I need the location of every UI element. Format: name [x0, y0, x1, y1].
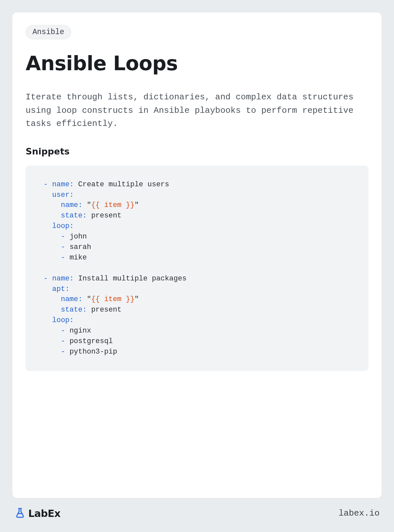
yaml-key: user: [52, 191, 74, 199]
yaml-key: apt: [52, 285, 70, 293]
yaml-dash: - [61, 327, 69, 335]
yaml-value: postgresql [70, 337, 113, 345]
yaml-template: {{ item }} [91, 201, 135, 209]
flask-icon [14, 507, 26, 520]
yaml-value: Create multiple users [78, 180, 169, 189]
yaml-dash: - [61, 254, 69, 262]
yaml-quote: " [135, 201, 139, 209]
yaml-key: state: [61, 306, 87, 314]
logo: LabEx [14, 507, 60, 520]
yaml-dash: - [61, 233, 69, 241]
logo-text: LabEx [28, 508, 60, 519]
yaml-key: name: [52, 275, 74, 283]
yaml-value: python3-pip [70, 348, 117, 356]
page-title: Ansible Loops [26, 52, 368, 75]
yaml-dash: - [61, 337, 69, 345]
snippets-heading: Snippets [26, 146, 368, 156]
yaml-template: {{ item }} [91, 295, 135, 303]
yaml-dash: - [61, 348, 69, 356]
content-card: Ansible Ansible Loops Iterate through li… [12, 12, 382, 498]
yaml-dash: - [35, 275, 52, 283]
yaml-value: john [70, 233, 87, 241]
yaml-value: nginx [70, 327, 91, 335]
code-snippet: - name: Create multiple users user: name… [26, 166, 368, 371]
yaml-key: name: [61, 201, 82, 209]
yaml-value: Install multiple packages [78, 275, 186, 283]
yaml-value: present [91, 212, 121, 220]
yaml-quote: " [135, 295, 139, 303]
page-description: Iterate through lists, dictionaries, and… [26, 91, 368, 131]
yaml-value: mike [70, 254, 87, 262]
yaml-value: sarah [70, 243, 91, 251]
footer: LabEx labex.io [12, 507, 382, 520]
yaml-key: state: [61, 212, 87, 220]
yaml-dash: - [35, 180, 52, 189]
yaml-value: present [91, 306, 121, 314]
site-url: labex.io [339, 508, 380, 518]
yaml-dash: - [61, 243, 69, 251]
yaml-key: loop: [52, 222, 74, 230]
yaml-quote: " [87, 201, 91, 209]
category-tag: Ansible [26, 25, 71, 39]
yaml-key: loop: [52, 316, 74, 324]
yaml-key: name: [52, 180, 74, 189]
yaml-quote: " [87, 295, 91, 303]
yaml-key: name: [61, 295, 82, 303]
